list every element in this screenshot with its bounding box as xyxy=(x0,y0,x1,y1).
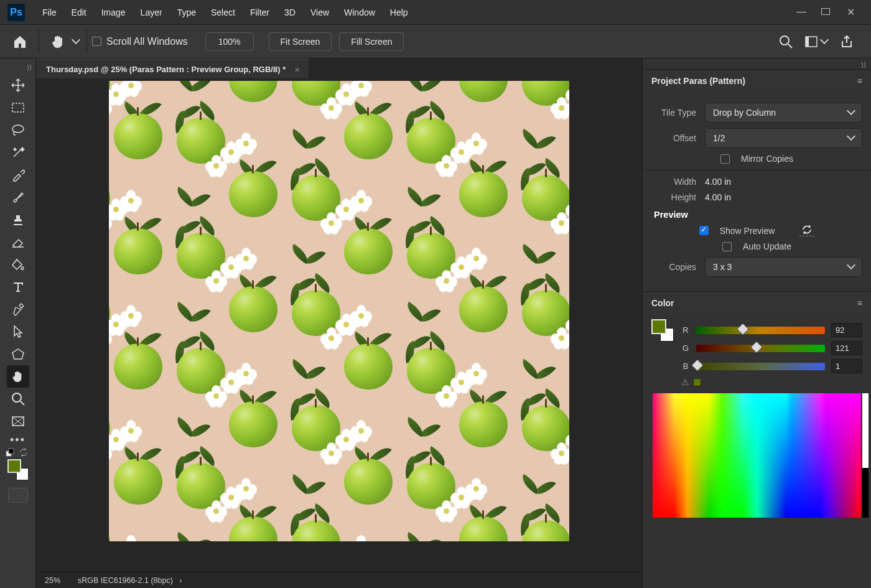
menu-image[interactable]: Image xyxy=(94,0,133,25)
preview-section-label: Preview xyxy=(654,210,862,220)
offset-select[interactable]: 1/2 xyxy=(705,128,862,148)
canvas[interactable] xyxy=(109,81,569,541)
offset-label: Offset xyxy=(651,133,705,143)
copies-value: 3 x 3 xyxy=(713,262,732,272)
menu-help[interactable]: Help xyxy=(383,0,416,25)
auto-update-checkbox[interactable] xyxy=(722,242,732,251)
panel-menu-icon[interactable]: ≡ xyxy=(857,298,862,308)
options-bar: Scroll All Windows 100% Fit Screen Fill … xyxy=(0,25,871,58)
magic-wand-tool[interactable] xyxy=(7,141,29,164)
panels-collapse[interactable]: ⟩⟩ xyxy=(861,61,866,69)
g-value[interactable]: 121 xyxy=(831,341,862,355)
polygon-icon xyxy=(11,348,25,360)
svg-marker-6 xyxy=(12,349,24,359)
menu-layer[interactable]: Layer xyxy=(133,0,170,25)
b-value[interactable]: 1 xyxy=(831,359,862,373)
fit-screen-button[interactable]: Fit Screen xyxy=(269,32,332,51)
menu-3d[interactable]: 3D xyxy=(277,0,303,25)
menu-view[interactable]: View xyxy=(303,0,337,25)
color-swatch[interactable] xyxy=(651,319,674,342)
svg-point-5 xyxy=(12,125,24,133)
bucket-tool[interactable] xyxy=(7,253,29,276)
zoom-tool[interactable] xyxy=(7,388,29,410)
hand-icon xyxy=(12,370,24,383)
r-slider[interactable] xyxy=(696,327,825,334)
stamp-icon xyxy=(11,213,25,226)
app-logo: Ps xyxy=(7,4,25,21)
g-slider[interactable] xyxy=(696,345,825,352)
height-field[interactable]: 4.00 in xyxy=(705,192,731,202)
wand-icon xyxy=(11,146,25,159)
status-zoom[interactable]: 25% xyxy=(45,576,60,585)
panel-menu-icon[interactable]: ≡ xyxy=(857,76,862,86)
edit-toolbar[interactable]: ••• xyxy=(10,434,26,447)
r-value[interactable]: 92 xyxy=(831,323,862,337)
auto-update-label: Auto Update xyxy=(743,241,791,251)
menu-filter[interactable]: Filter xyxy=(243,0,277,25)
pen-icon xyxy=(11,302,25,316)
scroll-all-checkbox[interactable] xyxy=(92,37,101,46)
width-label: Width xyxy=(651,177,705,187)
eraser-tool[interactable] xyxy=(7,231,29,253)
tab-close-button[interactable]: × xyxy=(294,64,300,75)
home-button[interactable] xyxy=(10,32,30,52)
r-label: R xyxy=(681,325,690,335)
hand-icon xyxy=(51,34,65,49)
lasso-tool[interactable] xyxy=(7,119,29,141)
fill-screen-button[interactable]: Fill Screen xyxy=(339,32,404,51)
zoom-field[interactable]: 100% xyxy=(205,32,254,51)
show-preview-checkbox[interactable] xyxy=(699,226,709,235)
arrow-icon xyxy=(12,325,24,338)
document-tab[interactable]: Thursday.psd @ 25% (Paras Pattern : Prev… xyxy=(36,58,309,78)
copies-select[interactable]: 3 x 3 xyxy=(705,257,862,277)
chevron-down-icon xyxy=(821,36,827,47)
path-select-tool[interactable] xyxy=(7,320,29,343)
menu-window[interactable]: Window xyxy=(337,0,383,25)
move-tool[interactable] xyxy=(7,74,29,96)
default-colors-icon[interactable] xyxy=(6,448,14,457)
color-spectrum[interactable] xyxy=(653,393,861,518)
shape-tool[interactable] xyxy=(7,343,29,365)
marquee-tool[interactable] xyxy=(7,96,29,119)
svg-line-8 xyxy=(21,401,24,405)
chevron-down-icon xyxy=(848,133,854,143)
brush-tool[interactable] xyxy=(7,186,29,208)
maximize-button[interactable] xyxy=(821,6,830,18)
menu-edit[interactable]: Edit xyxy=(64,0,94,25)
eyedropper-tool[interactable] xyxy=(7,164,29,186)
tile-type-value: Drop by Column xyxy=(713,108,776,118)
menu-file[interactable]: File xyxy=(35,0,64,25)
pen-tool[interactable] xyxy=(7,298,29,320)
crossed-rect-icon xyxy=(11,416,25,427)
quick-mask-toggle[interactable] xyxy=(8,488,28,503)
gamut-warning-icon[interactable]: ⚠ xyxy=(681,377,689,387)
color-panel: Color ≡ R 92 G 121 xyxy=(643,291,871,529)
workspace-button[interactable] xyxy=(805,36,827,47)
refresh-preview-button[interactable] xyxy=(799,225,814,236)
gamut-swatch[interactable] xyxy=(693,378,701,386)
search-icon xyxy=(779,35,793,49)
b-slider[interactable] xyxy=(696,363,825,370)
swap-colors-icon[interactable] xyxy=(19,448,28,457)
stamp-tool[interactable] xyxy=(7,208,29,231)
marquee-icon xyxy=(12,103,24,113)
color-swatches[interactable] xyxy=(7,459,29,480)
close-button[interactable]: ✕ xyxy=(846,6,855,18)
status-profile[interactable]: sRGB IEC61966-2.1 (8bpc) › xyxy=(78,576,182,585)
menu-type[interactable]: Type xyxy=(170,0,203,25)
search-button[interactable] xyxy=(779,35,793,49)
tool-indicator-hand[interactable] xyxy=(48,32,68,52)
chevron-down-icon xyxy=(848,108,854,118)
hand-tool[interactable] xyxy=(7,365,29,388)
minimize-button[interactable]: — xyxy=(796,6,805,18)
move-icon xyxy=(11,78,25,92)
mirror-copies-checkbox[interactable] xyxy=(720,154,730,164)
crossed-rect-tool[interactable] xyxy=(7,410,29,432)
tile-type-select[interactable]: Drop by Column xyxy=(705,103,862,123)
share-button[interactable] xyxy=(840,35,854,49)
menu-select[interactable]: Select xyxy=(203,0,243,25)
width-field[interactable]: 4.00 in xyxy=(705,177,731,187)
tool-preset-chevron-icon[interactable] xyxy=(73,36,79,47)
toolbar-expand[interactable]: ⟩⟩ xyxy=(27,63,32,72)
type-tool[interactable] xyxy=(7,276,29,298)
